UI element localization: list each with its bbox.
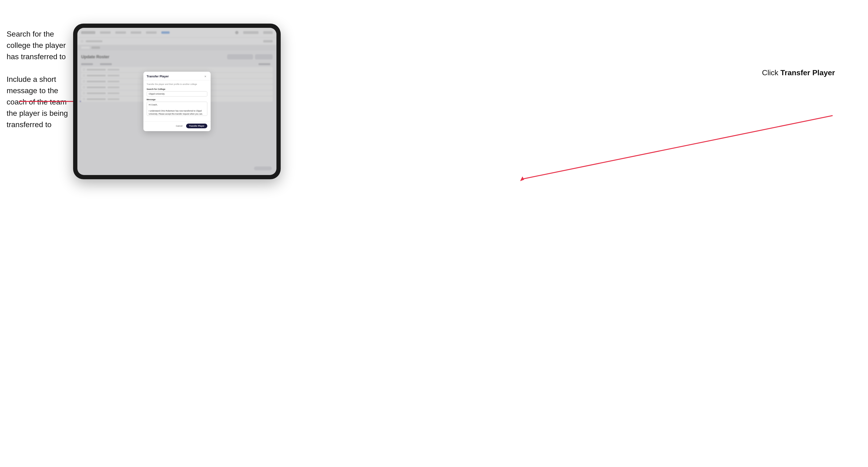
svg-line-3: [521, 116, 833, 179]
modal-overlay: Transfer Player × Transfer the player an…: [78, 28, 276, 175]
annotation-left: Search for the college the player has tr…: [7, 28, 73, 142]
search-college-value: Clippd University: [149, 93, 165, 95]
modal-description: Transfer the player and their profile to…: [147, 83, 207, 86]
annotation-right: Click Transfer Player: [762, 68, 835, 77]
modal-title: Transfer Player: [147, 74, 169, 78]
search-label: Search for College: [147, 88, 207, 90]
annotation-transfer-bold: Transfer Player: [780, 68, 835, 77]
modal-footer: Cancel Transfer Player: [144, 121, 211, 131]
message-label: Message: [147, 98, 207, 101]
modal-close-button[interactable]: ×: [204, 74, 207, 78]
modal-header: Transfer Player ×: [144, 72, 211, 81]
modal-body: Transfer the player and their profile to…: [144, 81, 211, 122]
tablet-frame: Update Roster: [73, 24, 281, 179]
tablet-screen: Update Roster: [78, 28, 276, 175]
transfer-player-button[interactable]: Transfer Player: [186, 124, 207, 128]
annotation-search-text: Search for the college the player has tr…: [7, 28, 73, 62]
search-college-input[interactable]: Clippd University: [147, 91, 207, 96]
annotation-click-text: Click: [762, 68, 780, 77]
cancel-button[interactable]: Cancel: [174, 124, 184, 128]
annotation-message-text: Include a short message to the coach of …: [7, 73, 73, 130]
message-textarea[interactable]: Hi Coach,I understand Chris Robertson ha…: [147, 102, 207, 116]
svg-marker-4: [520, 177, 524, 181]
transfer-player-modal: Transfer Player × Transfer the player an…: [144, 72, 211, 131]
